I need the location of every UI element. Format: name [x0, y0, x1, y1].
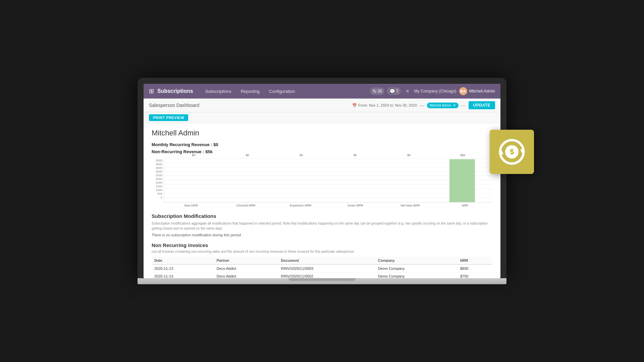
y-label-2500: 2500: [152, 177, 164, 181]
bar-nrr-fill: [449, 159, 475, 202]
y-label-0: 0: [152, 196, 164, 199]
date-filter: 📅 From: Nov 1, 2020 to: Nov 30, 2020: [352, 103, 417, 108]
filter-tag: Mitchell Admin ✕: [427, 103, 458, 108]
invoices-title: Non Recurring invoices: [152, 242, 492, 248]
calendar-icon: 📅: [352, 103, 357, 108]
col-partner: Partner: [214, 257, 278, 264]
activity-count: 36: [378, 89, 382, 94]
subscription-floating-badge: $: [490, 130, 534, 174]
table-row: 2020-11-13 Deco Addict RINV/2020/11/0003…: [152, 264, 492, 273]
sub-mods-section: Subscription Modifications Subscription …: [152, 213, 492, 237]
bar-nrr: [435, 159, 489, 202]
messages-icon: 💬: [389, 88, 395, 94]
chart-value-labels: $0 $0 $0 $0 $0 $5k: [164, 154, 492, 157]
table-header-row: Date Partner Document Company NRR: [152, 257, 492, 264]
col-company: Company: [375, 257, 458, 264]
user-name: Mitchell Admin: [469, 89, 495, 94]
company-name: My Company (Chicago): [414, 89, 457, 94]
y-label-3500: 3500: [152, 170, 164, 173]
y-label-1000: 1000: [152, 188, 164, 192]
y-label-500: 500: [152, 192, 164, 195]
val-label-3: $0: [328, 154, 382, 157]
separator: —: [420, 103, 424, 108]
user-menu[interactable]: MA Mitchell Admin: [459, 87, 495, 95]
laptop-base: [138, 278, 506, 284]
grid-icon[interactable]: ⊞: [149, 87, 154, 95]
cell-nrr: $750: [458, 272, 492, 278]
y-label-4000: 4000: [152, 166, 164, 170]
val-label-4: $0: [382, 154, 436, 157]
cell-document: RINV/2020/11/0003: [278, 264, 375, 273]
messages-badge[interactable]: 💬 7: [387, 87, 401, 95]
report-content: Mitchell Admin Monthly Recurring Revenue…: [144, 123, 500, 278]
close-icon[interactable]: ✕: [404, 88, 412, 95]
sub-mods-empty: There is no subscription modification du…: [152, 233, 492, 237]
x-label-down-mrr: Down MRR: [328, 204, 383, 207]
svg-text:$: $: [510, 147, 514, 156]
page-title: Salesperson Dashboard: [149, 103, 199, 108]
print-bar: PRINT PREVIEW: [144, 112, 500, 123]
bar-nrr-wrapper: [446, 159, 478, 202]
x-label-expansion-mrr: Expansion MRR: [273, 204, 328, 207]
col-nrr: NRR: [458, 257, 492, 264]
y-label-1500: 1500: [152, 185, 164, 188]
sub-mods-desc: Subscription modifications aggregate all…: [152, 221, 492, 231]
col-date: Date: [152, 257, 214, 264]
col-document: Document: [278, 257, 375, 264]
x-label-net-new-mrr: Net New MRR: [383, 204, 437, 207]
subscription-badge-svg: $: [497, 137, 527, 167]
messages-count: 7: [396, 89, 398, 94]
nav-reporting[interactable]: Reporting: [237, 87, 264, 96]
cell-date: 2020-11-13: [152, 264, 214, 273]
val-label-0: $0: [167, 154, 221, 157]
invoices-table: Date Partner Document Company NRR 2020-1…: [152, 257, 492, 278]
subheader-right: 📅 From: Nov 1, 2020 to: Nov 30, 2020 — M…: [352, 101, 495, 109]
table-row: 2020-11-13 Deco Addict RINV/2020/11/0002…: [152, 272, 492, 278]
y-label-2000: 2000: [152, 181, 164, 184]
filter-remove-icon[interactable]: ✕: [453, 103, 456, 108]
update-button[interactable]: UPDATE: [469, 101, 495, 109]
activity-badge[interactable]: ↻ 36: [370, 87, 384, 95]
avatar: MA: [459, 87, 467, 95]
nav-menu: Subscriptions Reporting Configuration: [201, 87, 370, 96]
laptop-notch: [288, 278, 356, 281]
subheader: Salesperson Dashboard 📅 From: Nov 1, 202…: [144, 99, 500, 112]
activity-icon: ↻: [373, 88, 377, 94]
y-label-3000: 3000: [152, 174, 164, 177]
sub-mods-title: Subscription Modifications: [152, 213, 492, 219]
mrr-value: Monthly Recurring Revenue : $0: [152, 141, 492, 148]
val-label-2: $0: [274, 154, 328, 157]
chart-main: $0 $0 $0 $0 $0 $5k: [164, 159, 492, 207]
cell-partner: Deco Addict: [214, 272, 278, 278]
y-label-5000: 5000: [152, 159, 164, 162]
cell-date: 2020-11-13: [152, 272, 214, 278]
cell-partner: Deco Addict: [214, 264, 278, 273]
x-label-nrr: NRR: [438, 204, 492, 207]
nav-configuration[interactable]: Configuration: [265, 87, 299, 96]
navbar: ⊞ Subscriptions Subscriptions Reporting …: [144, 84, 500, 99]
x-label-new-mrr: New MRR: [164, 204, 218, 207]
cell-document: RINV/2020/11/0002: [278, 272, 375, 278]
chart-bars: [164, 159, 492, 202]
chart-grid-area: $0 $0 $0 $0 $0 $5k: [164, 159, 492, 202]
filter-tag-label: Mitchell Admin: [430, 104, 451, 107]
val-label-1: $0: [221, 154, 275, 157]
cell-company: Demo Company: [375, 264, 458, 273]
navbar-right: ↻ 36 💬 7 ✕ My Company (Chicago) MA Mitch…: [370, 87, 495, 95]
invoices-section: Non Recurring invoices List all invoices…: [152, 242, 492, 278]
bar-chart: 0 500 1000 1500 2000 2500 3000 3500 4000…: [152, 159, 492, 207]
chart-y-axis: 0 500 1000 1500 2000 2500 3000 3500 4000…: [152, 159, 164, 207]
separator2: —: [461, 103, 466, 108]
cell-company: Demo Company: [375, 272, 458, 278]
val-label-5: $5k: [436, 154, 490, 157]
nav-subscriptions[interactable]: Subscriptions: [201, 87, 235, 96]
content-area[interactable]: Mitchell Admin Monthly Recurring Revenue…: [144, 123, 500, 278]
y-label-4500: 4500: [152, 163, 164, 166]
x-label-churned-mrr: Churned MRR: [218, 204, 273, 207]
chart-x-labels: New MRR Churned MRR Expansion MRR Down M…: [164, 204, 492, 207]
report-person-name: Mitchell Admin: [152, 129, 492, 137]
brand-name: Subscriptions: [157, 88, 193, 94]
print-preview-button[interactable]: PRINT PREVIEW: [149, 114, 188, 121]
invoices-desc: List all invoices containing non-recurri…: [152, 249, 492, 254]
cell-nrr: $800: [458, 264, 492, 273]
